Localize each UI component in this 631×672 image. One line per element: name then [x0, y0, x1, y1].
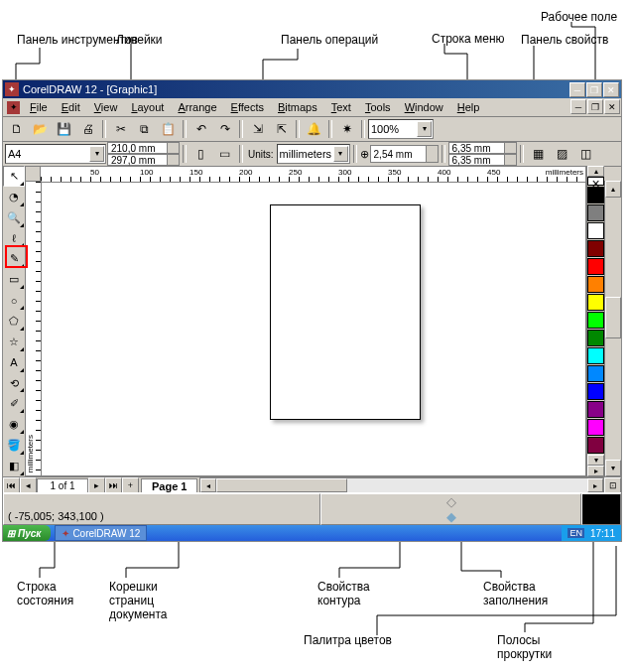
- color-swatch[interactable]: [587, 222, 604, 239]
- save-button[interactable]: 💾: [53, 118, 75, 140]
- shapes-tool[interactable]: ☆: [3, 332, 25, 352]
- no-color-swatch[interactable]: ×: [587, 177, 604, 186]
- scrollbar-vertical[interactable]: ▴ ▾: [604, 181, 621, 476]
- page-next-button[interactable]: ▸: [88, 477, 105, 493]
- scroll-left-button[interactable]: ◂: [200, 478, 216, 492]
- zoom-combo[interactable]: 100%: [368, 119, 434, 139]
- app-launcher-button[interactable]: 🔔: [303, 118, 325, 140]
- blend-tool[interactable]: ⟲: [3, 373, 25, 394]
- page-first-button[interactable]: ⏮: [3, 477, 20, 493]
- color-swatch[interactable]: [587, 312, 604, 329]
- portrait-button[interactable]: ▯: [189, 143, 212, 165]
- paper-height-input[interactable]: 297,0 mm: [107, 154, 180, 166]
- color-swatch[interactable]: [587, 365, 604, 382]
- ruler-horizontal[interactable]: 50 100 150 200 250 300 350 400 450 milli…: [40, 166, 586, 183]
- snap2-button[interactable]: ▨: [551, 143, 573, 165]
- nudge-input[interactable]: 2,54 mm: [370, 145, 439, 163]
- scroll-down-button[interactable]: ▾: [605, 460, 621, 476]
- status-color-swatch[interactable]: [581, 493, 621, 525]
- lang-indicator[interactable]: EN: [568, 528, 584, 538]
- polygon-tool[interactable]: ⬠: [3, 311, 25, 332]
- scroll-thumb-h[interactable]: [216, 478, 347, 492]
- import-button[interactable]: ⇲: [246, 118, 269, 140]
- snap-button[interactable]: ▦: [527, 143, 550, 165]
- interactive-fill-tool[interactable]: ◧: [3, 456, 25, 476]
- menu-text[interactable]: Text: [324, 101, 358, 113]
- new-button[interactable]: 🗋: [5, 118, 28, 140]
- page-tab[interactable]: Page 1: [141, 478, 197, 493]
- page-prev-button[interactable]: ◂: [20, 477, 37, 493]
- print-button[interactable]: 🖨: [76, 118, 99, 140]
- color-swatch[interactable]: [587, 330, 604, 346]
- options-button[interactable]: ◫: [574, 143, 597, 165]
- color-swatch[interactable]: [587, 383, 604, 400]
- min-button[interactable]: ─: [569, 82, 585, 97]
- menu-layout[interactable]: Layout: [124, 101, 171, 113]
- menu-window[interactable]: Window: [398, 101, 450, 113]
- units-combo[interactable]: millimeters: [277, 144, 350, 164]
- doc-icon[interactable]: ✦: [7, 101, 20, 114]
- redo-button[interactable]: ↷: [213, 118, 236, 140]
- export-button[interactable]: ⇱: [270, 118, 293, 140]
- page[interactable]: [270, 204, 421, 420]
- ellipse-tool[interactable]: ○: [3, 290, 25, 311]
- page-last-button[interactable]: ⏭: [105, 477, 122, 493]
- menu-tools[interactable]: Tools: [358, 101, 398, 113]
- zoom-tool[interactable]: 🔍: [3, 207, 25, 228]
- color-swatch[interactable]: [587, 419, 604, 436]
- doc-min-button[interactable]: ─: [570, 99, 586, 114]
- separator: [442, 145, 445, 163]
- close-button[interactable]: ✕: [603, 82, 619, 97]
- paste-button[interactable]: 📋: [157, 118, 180, 140]
- color-swatch[interactable]: [587, 294, 604, 311]
- paper-width-input[interactable]: 210,0 mm: [107, 142, 180, 154]
- undo-button[interactable]: ↶: [189, 118, 212, 140]
- paper-size-combo[interactable]: A4: [5, 144, 106, 164]
- start-button[interactable]: ⊞Пуск: [3, 525, 51, 541]
- ruler-vertical[interactable]: millimeters: [25, 181, 42, 476]
- menu-view[interactable]: View: [87, 101, 125, 113]
- fill-tool[interactable]: 🪣: [3, 435, 25, 456]
- rectangle-tool[interactable]: ▭: [3, 269, 25, 290]
- eyedropper-tool[interactable]: ✐: [3, 393, 25, 414]
- cut-button[interactable]: ✂: [109, 118, 132, 140]
- color-swatch[interactable]: [587, 204, 604, 221]
- titlebar[interactable]: ✦ CorelDRAW 12 - [Graphic1] ─ ❐ ✕: [3, 80, 621, 98]
- corel-online-button[interactable]: ✷: [335, 118, 358, 140]
- doc-max-button[interactable]: ❐: [587, 99, 603, 114]
- color-swatch[interactable]: [587, 240, 604, 257]
- open-button[interactable]: 📂: [29, 118, 52, 140]
- ruler-tick: 400: [438, 167, 487, 182]
- scroll-right-button[interactable]: ▸: [587, 478, 603, 492]
- menu-help[interactable]: Help: [450, 101, 487, 113]
- scrollbar-horizontal[interactable]: ◂ ▸: [199, 477, 604, 493]
- copy-button[interactable]: ⧉: [133, 118, 156, 140]
- shape-tool[interactable]: ◔: [3, 187, 25, 207]
- menu-effects[interactable]: Effects: [224, 101, 271, 113]
- palette-down-button[interactable]: ▾: [587, 455, 604, 466]
- drawing-canvas[interactable]: [41, 182, 586, 476]
- color-swatch[interactable]: [587, 437, 604, 454]
- color-swatch[interactable]: [587, 258, 604, 275]
- color-swatch[interactable]: [587, 276, 604, 293]
- nav-button[interactable]: ⊡: [604, 477, 621, 493]
- taskbar-item[interactable]: ✦CorelDRAW 12: [55, 525, 147, 541]
- page-add-button[interactable]: +: [122, 477, 139, 493]
- dup-y-input[interactable]: 6,35 mm: [448, 154, 517, 166]
- menu-bitmaps[interactable]: Bitmaps: [271, 101, 324, 113]
- text-tool[interactable]: A: [3, 352, 25, 373]
- doc-close-button[interactable]: ✕: [604, 99, 620, 114]
- color-swatch[interactable]: [587, 401, 604, 418]
- landscape-button[interactable]: ▭: [213, 143, 236, 165]
- max-button[interactable]: ❐: [586, 82, 602, 97]
- scroll-up-button[interactable]: ▴: [605, 181, 621, 198]
- color-swatch[interactable]: [587, 347, 604, 364]
- scroll-thumb-v[interactable]: [605, 297, 621, 338]
- outline-tool[interactable]: ◉: [3, 414, 25, 435]
- dup-x-input[interactable]: 6,35 mm: [448, 142, 517, 154]
- palette-expand-button[interactable]: ▸: [587, 466, 604, 476]
- pick-tool[interactable]: ↖: [3, 166, 25, 187]
- menu-arrange[interactable]: Arrange: [171, 101, 223, 113]
- menu-file[interactable]: File: [23, 101, 55, 113]
- menu-edit[interactable]: Edit: [55, 101, 87, 113]
